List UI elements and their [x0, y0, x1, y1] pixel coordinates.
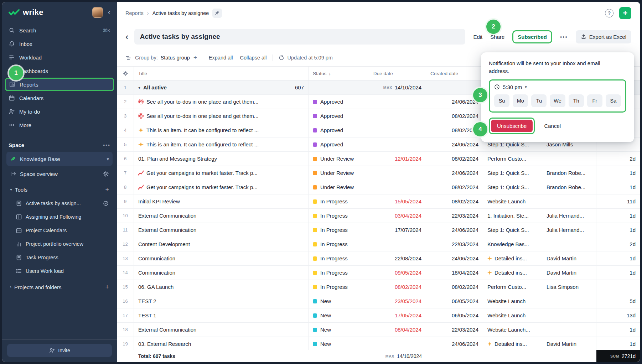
cell-status[interactable]: Approved: [309, 123, 369, 137]
breadcrumb-reports[interactable]: Reports: [125, 10, 144, 16]
space-settings-gear-icon[interactable]: [103, 171, 109, 177]
cell-project[interactable]: Website Launch: [483, 194, 542, 208]
table-row[interactable]: 6 ▾ 01. Plan and Messaging Strategy Unde…: [117, 152, 640, 166]
sidebar-item-more[interactable]: More: [5, 118, 114, 132]
wrike-logo[interactable]: wrike: [9, 8, 43, 17]
cell-assignee[interactable]: [542, 294, 596, 308]
table-row[interactable]: 18 ▾ External Communication New 08/04/20…: [117, 323, 640, 337]
day-button-su[interactable]: Su: [494, 94, 509, 107]
cell-due-date[interactable]: 23/05/2024: [369, 294, 426, 308]
cell-project[interactable]: Step 1: Quick S...: [483, 166, 542, 180]
cell-due-date[interactable]: 08/02/2024: [369, 280, 426, 294]
table-row[interactable]: 19 ▾ 03. External Research New 24/06/202…: [117, 337, 640, 350]
cell-status[interactable]: [309, 80, 369, 94]
day-button-we[interactable]: We: [550, 94, 565, 107]
report-title-input[interactable]: Active tasks by assignee: [134, 29, 466, 45]
cell-status[interactable]: In Progress: [309, 251, 369, 265]
tool-item-portfolio-overview[interactable]: Project portfolio overview: [6, 237, 113, 251]
cell-due-date[interactable]: [369, 95, 426, 109]
cell-assignee[interactable]: David Martin: [542, 251, 596, 265]
group-by-value[interactable]: Status group: [161, 55, 190, 61]
cell-due-date[interactable]: [369, 337, 426, 350]
cell-project[interactable]: 1. Initiation, Ste...: [483, 209, 542, 223]
table-row[interactable]: 14 ▾ Communication In Progress 09/05/202…: [117, 266, 640, 280]
cell-due-date[interactable]: [369, 166, 426, 180]
column-settings-icon[interactable]: [117, 67, 134, 80]
sidebar-item-reports[interactable]: Reports: [5, 78, 114, 91]
cell-project[interactable]: Step 1: Quick S...: [483, 180, 542, 194]
cell-status[interactable]: Approved: [309, 95, 369, 109]
cell-project[interactable]: Website Launch...: [483, 323, 542, 337]
cell-assignee[interactable]: [542, 308, 596, 322]
cell-project[interactable]: Perform Custo...: [483, 152, 542, 166]
sidebar-item-my-todo[interactable]: My to-do: [5, 105, 114, 118]
edit-button[interactable]: Edit: [473, 34, 482, 40]
day-button-th[interactable]: Th: [569, 94, 584, 107]
unsubscribe-button[interactable]: Unsubscribe: [491, 120, 533, 132]
cell-due-date[interactable]: [369, 123, 426, 137]
table-row[interactable]: 11 ▾ External Communication In Progress …: [117, 223, 640, 237]
cell-due-date[interactable]: 08/04/2024: [369, 323, 426, 337]
tool-item-assigning-following[interactable]: Assigning and Following: [6, 210, 113, 224]
time-selector[interactable]: 5:30 pm ▾: [494, 84, 527, 90]
cell-due-date[interactable]: [369, 237, 426, 251]
subscribed-button[interactable]: Subscribed: [512, 30, 552, 43]
cell-assignee[interactable]: David Martin: [542, 337, 596, 350]
day-button-mo[interactable]: Mo: [513, 94, 528, 107]
cell-status[interactable]: In Progress: [309, 223, 369, 237]
share-button[interactable]: Share: [490, 34, 504, 40]
cell-status[interactable]: In Progress: [309, 280, 369, 294]
cell-project[interactable]: Website Launch: [483, 294, 542, 308]
cell-status[interactable]: In Progress: [309, 209, 369, 223]
table-row[interactable]: 13 ▾ Communication In Progress 22/08/202…: [117, 251, 640, 266]
cell-due-date[interactable]: [369, 109, 426, 123]
cell-status[interactable]: In Progress: [309, 194, 369, 208]
cell-project[interactable]: Detailed ins...: [483, 266, 542, 280]
cell-due-date[interactable]: 17/07/2024: [369, 223, 426, 237]
cell-project[interactable]: Knowledge Bas...: [483, 237, 542, 251]
tool-item-task-progress[interactable]: Task Progress: [6, 251, 113, 264]
cell-status[interactable]: Under Review: [309, 166, 369, 180]
cell-project[interactable]: Website Launch: [483, 308, 542, 322]
cell-status[interactable]: Under Review: [309, 152, 369, 166]
cell-assignee[interactable]: [542, 323, 596, 337]
help-icon[interactable]: ?: [605, 9, 613, 17]
table-row[interactable]: 12 ▾ Content Development In Progress 22/…: [117, 237, 640, 251]
expand-all-button[interactable]: Expand all: [209, 55, 233, 61]
cell-status[interactable]: New: [309, 308, 369, 322]
cell-status[interactable]: New: [309, 337, 369, 350]
export-excel-button[interactable]: Export as Excel: [576, 30, 631, 43]
sidebar-item-search[interactable]: Search ⌘K: [5, 24, 114, 37]
pin-icon[interactable]: [212, 9, 222, 18]
day-button-tu[interactable]: Tu: [531, 94, 547, 107]
table-row[interactable]: 17 ▾ TEST 1 New 17/05/2024 06/05/2024 We…: [117, 308, 640, 323]
cell-project[interactable]: Perform Custo...: [483, 280, 542, 294]
cell-due-date[interactable]: 17/05/2024: [369, 308, 426, 322]
space-overview-item[interactable]: Space overview: [6, 167, 113, 181]
cell-status[interactable]: Approved: [309, 109, 369, 123]
cell-assignee[interactable]: Brandon Robe...: [542, 180, 596, 194]
cell-assignee[interactable]: Brandon Robe...: [542, 166, 596, 180]
cell-due-date[interactable]: 03/04/2024: [369, 209, 426, 223]
tools-section-header[interactable]: ▾ Tools +: [6, 182, 113, 197]
space-item-knowledge-base[interactable]: Knowledge Base ▾: [6, 152, 113, 166]
cell-project[interactable]: Step 1: Quick S...: [483, 223, 542, 237]
cell-due-date[interactable]: 22/08/2024: [369, 251, 426, 265]
cell-assignee[interactable]: David Martin: [542, 266, 596, 280]
sidebar-item-inbox[interactable]: Inbox: [5, 37, 114, 51]
cell-due-date[interactable]: [369, 180, 426, 194]
cell-project[interactable]: Detailed ins...: [483, 337, 542, 350]
table-row[interactable]: 16 ▾ TEST 2 New 23/05/2024 06/05/2024 We…: [117, 294, 640, 308]
more-actions-icon[interactable]: •••: [560, 34, 568, 40]
projects-and-folders[interactable]: › Projects and folders +: [6, 280, 113, 294]
table-row[interactable]: 7 ▾ Get your campaigns to market faster.…: [117, 166, 640, 180]
table-row[interactable]: 9 ▾ Initial KPI Review In Progress 15/05…: [117, 194, 640, 209]
chevron-down-icon[interactable]: ▾: [138, 85, 140, 90]
cell-assignee[interactable]: [542, 152, 596, 166]
add-project-icon[interactable]: +: [105, 284, 109, 291]
back-icon[interactable]: ‹: [125, 32, 129, 41]
cancel-button[interactable]: Cancel: [544, 123, 561, 129]
cell-status[interactable]: New: [309, 323, 369, 337]
cell-due-date[interactable]: 15/05/2024: [369, 194, 426, 208]
column-header-created[interactable]: Created date: [426, 67, 483, 80]
